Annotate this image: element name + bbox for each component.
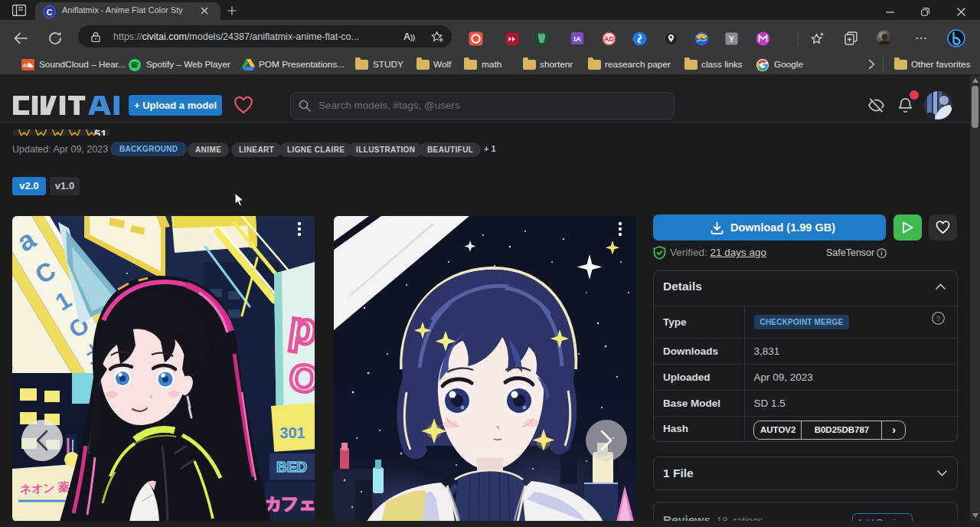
- svg-text:AD: AD: [604, 35, 614, 43]
- svg-text:C: C: [47, 8, 53, 17]
- svg-text:BED: BED: [276, 459, 307, 475]
- svg-text:?: ?: [936, 314, 940, 322]
- svg-text:IA: IA: [573, 34, 581, 43]
- svg-text:301: 301: [279, 424, 305, 441]
- svg-text:Y: Y: [729, 34, 734, 44]
- svg-text:カフェ: カフェ: [264, 494, 315, 513]
